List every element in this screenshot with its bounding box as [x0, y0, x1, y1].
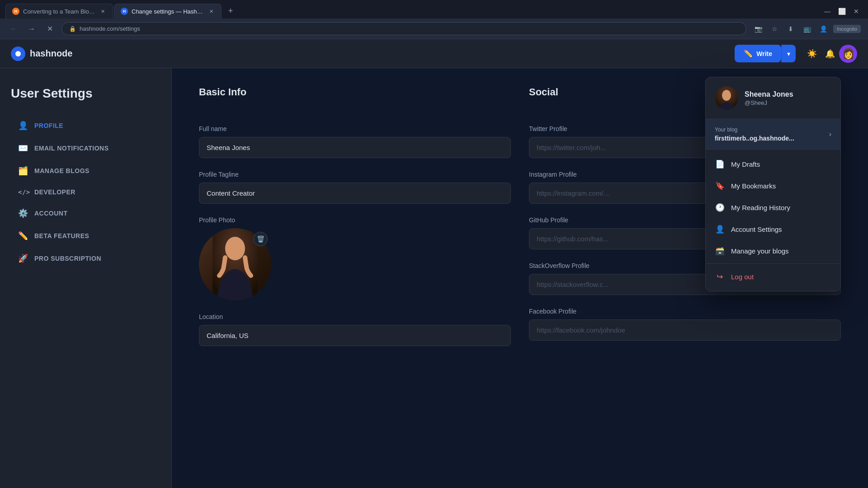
sidebar-item-developer-label: DEVELOPER: [34, 188, 75, 196]
dropdown-item-reading-history[interactable]: 🕐 My Reading History: [706, 197, 840, 218]
new-tab-button[interactable]: +: [224, 5, 237, 18]
location-label: Location: [199, 313, 511, 320]
dropdown-item-bookmarks[interactable]: 🔖 My Bookmarks: [706, 175, 840, 197]
close-button[interactable]: ✕: [850, 5, 863, 18]
logout-icon: ↪: [715, 272, 725, 282]
tagline-label: Profile Tagline: [199, 171, 511, 178]
star-icon[interactable]: ☆: [768, 23, 781, 35]
dropdown-item-logout[interactable]: ↪ Log out: [706, 266, 840, 287]
url-bar[interactable]: 🔒 hashnode.com/settings: [61, 22, 746, 35]
dropdown-blog-info: Your blog firsttimerb..og.hashnode...: [715, 127, 794, 142]
sidebar-item-developer[interactable]: </> DEVELOPER: [11, 183, 160, 201]
logo-icon: [11, 47, 25, 61]
dropdown-user-handle: @SheeJ: [745, 99, 793, 106]
forward-button[interactable]: →: [25, 23, 38, 35]
delete-photo-button[interactable]: 🗑️: [253, 232, 268, 246]
svg-point-1: [225, 237, 245, 260]
incognito-badge: Incognito: [833, 25, 861, 33]
write-button-group: ✏️ Write ▾: [735, 45, 796, 62]
svg-point-4: [722, 90, 731, 101]
email-nav-icon: ✉️: [18, 143, 28, 153]
photo-field-group: Profile Photo: [199, 216, 511, 300]
avatar-photo: 👩: [842, 48, 854, 60]
tab-2[interactable]: H Change settings — Hashnode ✕: [114, 4, 222, 19]
tab-1[interactable]: H Converting to a Team Blog | Has ✕: [5, 4, 113, 19]
reload-button[interactable]: ✕: [43, 23, 56, 35]
dropdown-items: 📄 My Drafts 🔖 My Bookmarks 🕐 My Reading …: [706, 150, 840, 291]
dropdown-item-drafts-label: My Drafts: [731, 160, 760, 168]
sidebar-item-beta-label: BETA FEATURES: [34, 232, 89, 239]
logo-dot: [15, 51, 21, 56]
tab-2-favicon: H: [121, 8, 128, 15]
theme-toggle-button[interactable]: ☀️: [803, 45, 821, 63]
sidebar-item-beta[interactable]: ✏️ BETA FEATURES: [11, 225, 160, 246]
sidebar-item-pro[interactable]: 🚀 PRO SUBSCRIPTION: [11, 248, 160, 269]
tab-2-close[interactable]: ✕: [208, 8, 215, 15]
window-controls: — ⬜ ✕: [821, 5, 863, 18]
dropdown-blog-label: Your blog: [715, 127, 794, 133]
facebook-label: Facebook Profile: [529, 308, 841, 315]
write-dropdown-button[interactable]: ▾: [781, 45, 796, 62]
bookmarks-icon: 🔖: [715, 181, 725, 191]
tab-bar: H Converting to a Team Blog | Has ✕ H Ch…: [0, 0, 868, 19]
top-nav: hashnode ✏️ Write ▾ ☀️ 🔔 👩: [0, 39, 868, 68]
facebook-input[interactable]: [529, 319, 841, 341]
logo[interactable]: hashnode: [11, 47, 72, 61]
pencil-icon: ✏️: [744, 49, 753, 58]
back-button[interactable]: ←: [7, 23, 20, 35]
avatar[interactable]: 👩: [839, 45, 857, 63]
url-text: hashnode.com/settings: [80, 25, 140, 32]
pro-nav-icon: 🚀: [18, 253, 28, 263]
dropdown-blog-section[interactable]: Your blog firsttimerb..og.hashnode... ›: [706, 119, 840, 150]
tab-1-close[interactable]: ✕: [99, 8, 106, 15]
chevron-right-icon: ›: [829, 130, 831, 138]
dropdown-item-manage-blogs[interactable]: 🗃️ Manage your blogs: [706, 240, 840, 262]
dropdown-user-name: Sheena Jones: [745, 90, 793, 99]
location-input[interactable]: [199, 325, 511, 346]
minimize-button[interactable]: —: [821, 5, 834, 18]
dropdown-item-logout-label: Log out: [731, 273, 754, 281]
profile-icon[interactable]: 👤: [817, 23, 830, 35]
sidebar-item-pro-label: PRO SUBSCRIPTION: [34, 255, 101, 262]
user-dropdown-menu: Sheena Jones @SheeJ Your blog firsttimer…: [705, 77, 841, 291]
beta-nav-icon: ✏️: [18, 231, 28, 241]
restore-button[interactable]: ⬜: [835, 5, 848, 18]
account-settings-icon: 👤: [715, 224, 725, 234]
manage-blogs-icon: 🗃️: [715, 246, 725, 256]
write-button[interactable]: ✏️ Write: [735, 45, 781, 62]
download-icon[interactable]: ⬇: [784, 23, 797, 35]
basic-info-title: Basic Info: [199, 86, 511, 98]
tab-1-favicon: H: [12, 8, 19, 15]
camera-icon[interactable]: 📷: [752, 23, 764, 35]
sidebar-item-profile[interactable]: 👤 PROFILE: [11, 115, 160, 136]
lock-icon: 🔒: [69, 26, 76, 32]
photo-container: 🗑️: [199, 228, 271, 300]
sidebar-item-manage-blogs[interactable]: 🗂️ MANAGE BLOGS: [11, 160, 160, 181]
developer-nav-icon: </>: [18, 188, 28, 196]
dropdown-user-section: Sheena Jones @SheeJ: [706, 77, 840, 119]
notifications-button[interactable]: 🔔: [821, 45, 839, 63]
write-label: Write: [756, 50, 772, 57]
reading-history-icon: 🕐: [715, 202, 725, 212]
fullname-input[interactable]: [199, 137, 511, 158]
fullname-label: Full name: [199, 125, 511, 132]
sidebar: User Settings 👤 PROFILE ✉️ EMAIL NOTIFIC…: [0, 68, 172, 488]
sidebar-item-email-label: EMAIL NOTIFICATIONS: [34, 145, 109, 152]
dropdown-item-account-settings[interactable]: 👤 Account Settings: [706, 218, 840, 240]
tagline-input[interactable]: [199, 183, 511, 204]
photo-label: Profile Photo: [199, 216, 511, 224]
profile-nav-icon: 👤: [18, 121, 28, 131]
cast-icon[interactable]: 📺: [801, 23, 813, 35]
dropdown-item-bookmarks-label: My Bookmarks: [731, 182, 776, 190]
dropdown-item-reading-history-label: My Reading History: [731, 204, 790, 211]
sidebar-item-account[interactable]: ⚙️ ACCOUNT: [11, 203, 160, 224]
dropdown-item-drafts[interactable]: 📄 My Drafts: [706, 153, 840, 175]
sidebar-title: User Settings: [11, 86, 160, 101]
person-image: [212, 228, 258, 300]
location-field-group: Location: [199, 313, 511, 346]
logo-text: hashnode: [30, 48, 72, 59]
account-nav-icon: ⚙️: [18, 208, 28, 218]
browser-actions: 📷 ☆ ⬇ 📺 👤 Incognito: [752, 23, 861, 35]
sidebar-item-email[interactable]: ✉️ EMAIL NOTIFICATIONS: [11, 138, 160, 159]
dropdown-blog-url: firsttimerb..og.hashnode...: [715, 135, 794, 142]
